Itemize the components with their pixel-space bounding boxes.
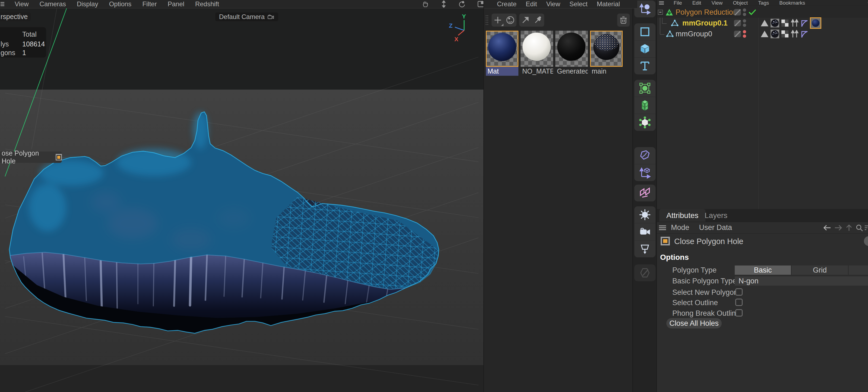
object-row-mmgroup0[interactable]: mmGroup0 <box>657 29 868 39</box>
simulation-tool-button[interactable] <box>634 114 655 131</box>
camera-tool-button[interactable] <box>634 223 655 241</box>
viewport-menu-display[interactable]: Display <box>76 0 99 8</box>
camera-icon <box>267 14 274 20</box>
material-item-generated[interactable]: Generated <box>555 31 588 76</box>
viewport-3d-scene[interactable] <box>0 8 484 392</box>
parent-up-icon[interactable] <box>846 224 852 231</box>
basic-polygon-type-dropdown[interactable]: N-gon <box>735 276 868 285</box>
polygon-type-grid-button[interactable]: Grid <box>792 266 848 275</box>
close-all-holes-button[interactable]: Close All Holes <box>666 318 722 329</box>
help-button-clipped[interactable] <box>864 236 868 246</box>
object-row-polygon-reduction[interactable]: Polygon Reduction <box>657 7 868 18</box>
enable-toggle-icon[interactable] <box>734 9 741 16</box>
om-menu-file[interactable]: File <box>673 0 683 6</box>
uvw-tag-icon[interactable] <box>781 19 789 27</box>
texture-tag-icon[interactable] <box>770 19 779 28</box>
rotate-view-icon[interactable] <box>458 1 465 8</box>
history-forward-icon[interactable] <box>834 224 842 231</box>
enable-toggle-icon[interactable] <box>734 20 741 26</box>
history-back-icon[interactable] <box>823 224 831 231</box>
delete-material-button[interactable] <box>617 13 630 27</box>
polygon-type-extra-button-clipped[interactable] <box>849 266 868 275</box>
active-camera-pill[interactable]: Default Camera <box>215 12 278 21</box>
cube-primitive-tool-button[interactable] <box>634 40 655 58</box>
cube-icon <box>639 43 651 55</box>
default-material-button[interactable] <box>504 13 517 27</box>
spline-rectangle-tool-button[interactable] <box>634 23 655 40</box>
smoothing-tag-icon[interactable] <box>801 30 808 38</box>
material-menu-view[interactable]: View <box>546 0 561 8</box>
toolbar-drag-handle[interactable] <box>485 14 489 26</box>
select-new-polygons-checkbox[interactable] <box>735 288 743 296</box>
subdivision-surface-tool-button[interactable] <box>634 80 655 97</box>
filter-icon-clipped[interactable] <box>865 225 868 231</box>
visibility-dots[interactable] <box>743 8 746 16</box>
viewport-panel[interactable]: View Cameras Display Options Filter Pane… <box>0 0 484 392</box>
phong-break-outline-checkbox[interactable] <box>735 309 743 316</box>
om-menu-object[interactable]: Object <box>732 0 748 6</box>
object-name[interactable]: Polygon Reduction <box>676 8 737 17</box>
apply-material-button[interactable] <box>519 13 532 27</box>
pick-material-button[interactable] <box>532 13 544 27</box>
texture-tag-icon[interactable] <box>770 29 779 38</box>
material-tag-selected[interactable] <box>810 18 821 29</box>
visibility-dots-red[interactable] <box>743 30 746 38</box>
material-item-main[interactable]: main <box>590 31 623 76</box>
field-axis-tool-button[interactable] <box>634 164 655 181</box>
om-menu-tags[interactable]: Tags <box>757 0 770 6</box>
maximize-view-icon[interactable] <box>477 1 484 8</box>
volume-builder-tool-button[interactable] <box>634 97 655 114</box>
pan-view-icon[interactable] <box>422 1 429 8</box>
viewport-menu-filter[interactable]: Filter <box>142 0 157 8</box>
viewport-menu-panel[interactable]: Panel <box>167 0 185 8</box>
close-polygon-hole-tool-icon[interactable] <box>56 154 62 160</box>
stage-tool-button[interactable] <box>634 241 655 258</box>
attribute-menu-icon[interactable] <box>659 225 666 231</box>
om-menu-bookmarks[interactable]: Bookmarks <box>779 0 806 6</box>
material-item-mat[interactable]: Mat <box>486 31 519 76</box>
viewport-menu-options[interactable]: Options <box>108 0 132 8</box>
smoothing-tag-icon[interactable] <box>801 19 808 27</box>
environment-tool-button[interactable] <box>634 206 655 223</box>
phong-tag-icon[interactable] <box>761 19 769 27</box>
mograph-tool-button[interactable] <box>634 185 655 202</box>
object-name[interactable]: mmGroup0.1 <box>682 19 728 27</box>
uvw-tag-icon[interactable] <box>781 30 789 38</box>
object-name[interactable]: mmGroup0 <box>676 30 712 38</box>
normals-tag-icon[interactable] <box>790 19 799 27</box>
om-menu-view[interactable]: View <box>711 0 723 6</box>
text-tool-button[interactable] <box>634 58 655 74</box>
material-menu-material[interactable]: Material <box>596 0 620 8</box>
stats-ngons-value: 1 <box>22 49 26 57</box>
phong-tag-icon[interactable] <box>761 30 769 38</box>
attribute-mode-menu[interactable]: Mode <box>671 223 689 232</box>
wireframe-shoe-model[interactable] <box>5 112 441 384</box>
options-section-heading[interactable]: Options <box>660 253 689 262</box>
viewport-menu-icon[interactable] <box>1 1 4 7</box>
object-row-mmgroup0-1[interactable]: mmGroup0.1 <box>657 18 868 29</box>
material-item-no-material[interactable]: NO_MATERIAL <box>521 31 553 76</box>
tab-layers[interactable]: Layers <box>698 209 735 222</box>
attribute-search-icon[interactable] <box>856 224 863 232</box>
material-menu-select[interactable]: Select <box>569 0 588 8</box>
check-enabled-icon[interactable] <box>749 9 756 15</box>
om-menu-edit[interactable]: Edit <box>692 0 702 6</box>
move-tool-button[interactable] <box>634 1 655 18</box>
zoom-view-icon[interactable] <box>441 1 446 8</box>
select-outline-checkbox[interactable] <box>735 299 743 306</box>
new-material-button[interactable] <box>492 13 504 27</box>
enable-toggle-icon[interactable] <box>734 31 741 37</box>
attribute-user-data-menu[interactable]: User Data <box>699 223 732 232</box>
bend-deformer-tool-button[interactable] <box>634 147 655 164</box>
object-manager-menu-icon[interactable] <box>659 1 664 5</box>
viewport-menu-redshift[interactable]: Redshift <box>195 0 220 8</box>
polygon-type-basic-button[interactable]: Basic <box>735 266 791 275</box>
viewport-menu-view[interactable]: View <box>14 0 29 8</box>
material-menu-edit[interactable]: Edit <box>525 0 537 8</box>
material-menu-create[interactable]: Create <box>496 0 517 8</box>
expand-toggle-icon[interactable] <box>658 10 663 14</box>
visibility-dots[interactable] <box>743 19 746 27</box>
phong-break-outline-label: Phong Break Outline <box>672 309 740 318</box>
viewport-menu-cameras[interactable]: Cameras <box>39 0 66 8</box>
normals-tag-icon[interactable] <box>790 30 799 38</box>
